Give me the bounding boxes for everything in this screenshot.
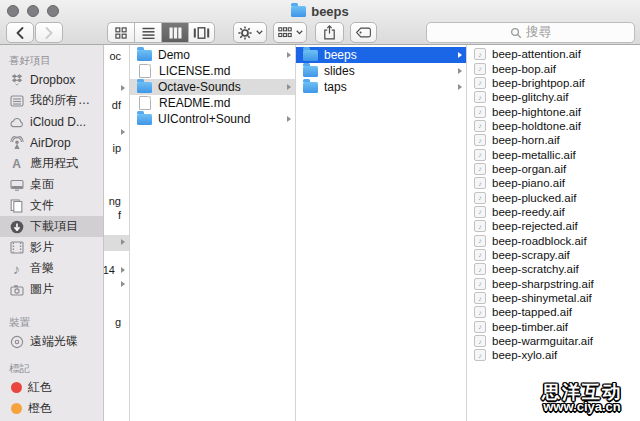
chevron-left-icon bbox=[15, 27, 25, 39]
sound-file-row[interactable]: beep-metallic.aif bbox=[467, 147, 640, 161]
file-row[interactable]: README.md bbox=[130, 95, 295, 111]
sidebar-item-desktop[interactable]: 桌面 bbox=[0, 174, 103, 195]
file-row[interactable]: Demo bbox=[130, 47, 295, 63]
remote-disc-icon bbox=[8, 334, 25, 349]
file-name: beep-warmguitar.aif bbox=[492, 335, 593, 347]
sound-file-row[interactable]: beep-hightone.aif bbox=[467, 104, 640, 118]
sidebar-item-music[interactable]: ♪ 音樂 bbox=[0, 258, 103, 279]
audio-file-icon bbox=[474, 106, 486, 118]
pictures-icon bbox=[8, 282, 25, 297]
downloads-icon bbox=[8, 219, 25, 234]
sidebar-item-label: 圖片 bbox=[30, 281, 54, 298]
sound-file-row[interactable]: beep-tapped.aif bbox=[467, 305, 640, 319]
sidebar-item-remote-disc[interactable]: 遠端光碟 bbox=[0, 331, 103, 352]
back-button[interactable] bbox=[6, 22, 34, 43]
sound-file-row[interactable]: beep-attention.aif bbox=[467, 47, 640, 61]
folder-row[interactable]: taps bbox=[296, 79, 466, 95]
file-name: beep-piano.aif bbox=[492, 177, 565, 189]
sound-file-row[interactable]: beep-horn.aif bbox=[467, 133, 640, 147]
sidebar-item-pictures[interactable]: 圖片 bbox=[0, 279, 103, 300]
sidebar-item-all-my-files[interactable]: 我的所有… bbox=[0, 90, 103, 111]
folder-icon bbox=[303, 66, 318, 77]
sound-file-row[interactable]: beep-shinymetal.aif bbox=[467, 291, 640, 305]
sidebar-item-documents[interactable]: 文件 bbox=[0, 195, 103, 216]
action-menu-button[interactable] bbox=[233, 22, 267, 43]
column-view-button[interactable] bbox=[161, 22, 188, 43]
sidebar-header-favorites: 喜好項目 bbox=[0, 52, 103, 69]
share-button[interactable] bbox=[315, 22, 344, 43]
sound-file-row[interactable]: beep-bop.aif bbox=[467, 61, 640, 75]
disclosure-arrow-icon bbox=[121, 85, 125, 91]
sound-file-row[interactable]: beep-brightpop.aif bbox=[467, 76, 640, 90]
audio-file-icon bbox=[474, 292, 486, 304]
desktop-icon bbox=[8, 177, 25, 192]
sidebar-item-label: 桌面 bbox=[30, 176, 54, 193]
sound-file-row[interactable]: beep-xylo.aif bbox=[467, 348, 640, 362]
search-icon bbox=[510, 27, 522, 39]
audio-file-icon bbox=[474, 91, 486, 103]
file-row[interactable]: LICENSE.md bbox=[130, 63, 295, 79]
sound-file-row[interactable]: beep-plucked.aif bbox=[467, 190, 640, 204]
audio-file-icon bbox=[474, 263, 486, 275]
audio-file-icon bbox=[474, 335, 486, 347]
coverflow-view-icon bbox=[193, 27, 210, 39]
sound-file-row[interactable]: beep-holdtone.aif bbox=[467, 119, 640, 133]
sound-file-row[interactable]: beep-piano.aif bbox=[467, 176, 640, 190]
file-name: beep-attention.aif bbox=[492, 48, 581, 60]
sidebar-item-applications[interactable]: A 應用程式 bbox=[0, 153, 103, 174]
column-files: beep-attention.aif beep-bop.aif beep-bri… bbox=[467, 45, 640, 421]
list-view-button[interactable] bbox=[134, 22, 161, 43]
clipped-filename: oc bbox=[109, 50, 121, 62]
audio-file-icon bbox=[474, 63, 486, 75]
audio-file-icon bbox=[474, 278, 486, 290]
sound-file-row[interactable]: beep-timber.aif bbox=[467, 320, 640, 334]
sidebar-item-airdrop[interactable]: AirDrop bbox=[0, 132, 103, 153]
sound-file-row[interactable]: beep-glitchy.aif bbox=[467, 90, 640, 104]
forward-button[interactable] bbox=[35, 22, 63, 43]
folder-row[interactable]: slides bbox=[296, 63, 466, 79]
folder-icon bbox=[137, 82, 152, 93]
documents-icon bbox=[8, 198, 25, 213]
sound-file-row[interactable]: beep-sharpstring.aif bbox=[467, 277, 640, 291]
audio-file-icon bbox=[474, 249, 486, 261]
file-name: beep-roadblock.aif bbox=[492, 235, 587, 247]
list-view-icon bbox=[142, 27, 155, 39]
icon-view-button[interactable] bbox=[107, 22, 134, 43]
sidebar-item-dropbox[interactable]: Dropbox bbox=[0, 69, 103, 90]
sidebar-item-label: Dropbox bbox=[30, 73, 75, 87]
sound-file-row[interactable]: beep-organ.aif bbox=[467, 162, 640, 176]
sound-file-row[interactable]: beep-reedy.aif bbox=[467, 205, 640, 219]
sidebar-item-downloads[interactable]: 下載項目 bbox=[0, 216, 103, 237]
folder-row[interactable]: beeps bbox=[296, 47, 466, 63]
sound-file-row[interactable]: beep-roadblock.aif bbox=[467, 233, 640, 247]
coverflow-view-button[interactable] bbox=[188, 22, 215, 43]
sound-file-row[interactable]: beep-warmguitar.aif bbox=[467, 334, 640, 348]
disclosure-arrow-icon bbox=[287, 52, 291, 58]
folder-icon bbox=[137, 50, 152, 61]
sidebar-item-movies[interactable]: 影片 bbox=[0, 237, 103, 258]
arrange-menu-button[interactable] bbox=[273, 22, 307, 43]
folder-icon bbox=[303, 82, 318, 93]
sidebar-item-tag-red[interactable]: 紅色 bbox=[0, 377, 103, 398]
sound-file-row[interactable]: beep-scrapy.aif bbox=[467, 248, 640, 262]
tags-button[interactable] bbox=[350, 22, 377, 43]
sound-file-row[interactable]: beep-scratchy.aif bbox=[467, 262, 640, 276]
sidebar-item-label: 文件 bbox=[30, 197, 54, 214]
sound-file-row[interactable]: beep-rejected.aif bbox=[467, 219, 640, 233]
file-name: beep-holdtone.aif bbox=[492, 120, 581, 132]
music-icon: ♪ bbox=[8, 261, 25, 276]
audio-file-icon bbox=[474, 220, 486, 232]
selected-row-fragment[interactable] bbox=[104, 235, 129, 251]
sidebar-item-tag-orange[interactable]: 橙色 bbox=[0, 398, 103, 419]
sidebar-item-label: 影片 bbox=[30, 239, 54, 256]
sidebar-item-icloud-drive[interactable]: iCloud D... bbox=[0, 111, 103, 132]
file-row[interactable]: UIControl+Sound bbox=[130, 111, 295, 127]
file-name: beep-hightone.aif bbox=[492, 106, 581, 118]
share-icon bbox=[323, 25, 336, 40]
finder-content: 喜好項目 Dropbox 我的所有… iCloud D... AirDrop A… bbox=[0, 45, 640, 421]
search-input[interactable]: 搜尋 bbox=[426, 22, 635, 43]
clipped-filename: f bbox=[118, 209, 121, 221]
applications-icon: A bbox=[8, 156, 25, 171]
file-row[interactable]: Octave-Sounds bbox=[130, 79, 295, 95]
file-name: beep-horn.aif bbox=[492, 134, 560, 146]
